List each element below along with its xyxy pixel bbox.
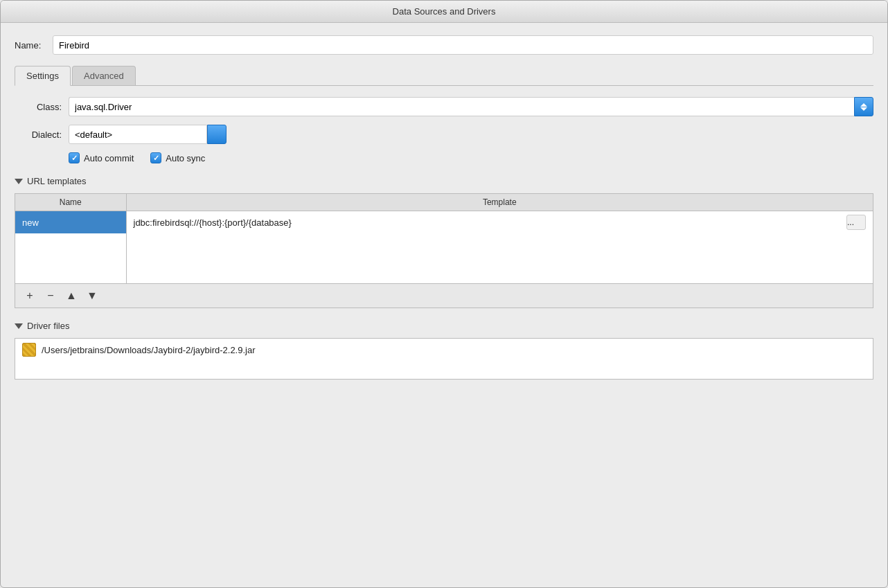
name-row: Name: — [15, 35, 873, 55]
auto-commit-checkbox-box: ✓ — [69, 152, 80, 163]
template-cell-1: jdbc:firebirdsql://{host}:{port}/{databa… — [127, 211, 873, 233]
url-table-cell-name-1: new — [15, 211, 126, 234]
add-url-button[interactable]: + — [22, 288, 37, 303]
url-table-cell-template-2 — [126, 233, 873, 258]
name-label: Name: — [15, 40, 46, 51]
url-table-wrap: Name Template new jdbc:firebirdsql://{ho… — [15, 193, 873, 308]
auto-sync-label: Auto sync — [166, 153, 205, 163]
jar-icon — [22, 343, 36, 357]
class-input[interactable] — [69, 97, 854, 116]
url-table-toolbar: + − ▲ ▼ — [15, 283, 873, 308]
auto-commit-label: Auto commit — [84, 153, 134, 163]
title-bar: Data Sources and Drivers — [1, 1, 887, 23]
auto-commit-checkmark: ✓ — [71, 154, 78, 162]
move-up-url-button[interactable]: ▲ — [64, 288, 79, 303]
auto-sync-checkbox-box: ✓ — [150, 152, 161, 163]
auto-commit-checkbox[interactable]: ✓ Auto commit — [69, 152, 134, 163]
table-row-extra — [15, 258, 873, 283]
dialect-wrap: <default> — [69, 125, 227, 144]
name-input[interactable] — [53, 35, 873, 55]
dialect-row: Dialect: <default> — [15, 125, 873, 144]
url-table-extra-2 — [126, 258, 873, 283]
class-input-wrap — [69, 97, 873, 116]
url-templates-section: URL templates Name Template new — [15, 173, 873, 308]
url-table-col-template: Template — [126, 194, 873, 211]
tabs: Settings Advanced — [15, 66, 873, 86]
table-row[interactable] — [15, 233, 873, 258]
driver-file-path: /Users/jetbrains/Downloads/Jaybird-2/jay… — [42, 345, 256, 355]
dialect-spinner[interactable] — [207, 125, 227, 144]
url-table-col-name: Name — [15, 194, 126, 211]
window-title: Data Sources and Drivers — [393, 6, 496, 17]
move-down-url-button[interactable]: ▼ — [85, 288, 100, 303]
driver-files-title: Driver files — [27, 321, 69, 331]
class-spinner-up-icon — [860, 103, 867, 107]
class-label: Class: — [15, 102, 62, 112]
class-spinner-down-icon — [860, 107, 867, 111]
url-templates-title: URL templates — [27, 176, 87, 186]
main-window: Data Sources and Drivers Name: Settings … — [0, 0, 888, 588]
url-table-header-row: Name Template — [15, 194, 873, 211]
dialect-label: Dialect: — [15, 130, 62, 140]
table-row[interactable]: new jdbc:firebirdsql://{host}:{port}/{da… — [15, 211, 873, 234]
tab-settings[interactable]: Settings — [15, 66, 71, 86]
dialect-select[interactable]: <default> — [69, 125, 207, 144]
auto-sync-checkmark: ✓ — [153, 154, 159, 162]
tab-content-settings: Class: Dialect: <default> — [15, 86, 873, 580]
auto-sync-checkbox[interactable]: ✓ Auto sync — [150, 152, 205, 163]
url-templates-header: URL templates — [15, 173, 873, 189]
driver-files-section: Driver files /Users/jetbrains/Downloads/… — [15, 318, 873, 380]
class-row: Class: — [15, 97, 873, 116]
url-table-extra-1 — [15, 258, 126, 283]
url-table-cell-template-1: jdbc:firebirdsql://{host}:{port}/{databa… — [126, 211, 873, 234]
driver-files-header: Driver files — [15, 318, 873, 334]
template-value-1: jdbc:firebirdsql://{host}:{port}/{databa… — [134, 217, 842, 228]
tab-advanced[interactable]: Advanced — [72, 66, 136, 85]
url-table-cell-name-2 — [15, 233, 126, 258]
checkboxes-row: ✓ Auto commit ✓ Auto sync — [69, 152, 873, 163]
url-templates-collapse-icon[interactable] — [15, 179, 23, 184]
template-ellipsis-button[interactable]: ... — [846, 215, 866, 230]
driver-file-item: /Users/jetbrains/Downloads/Jaybird-2/jay… — [22, 343, 866, 357]
class-spinner[interactable] — [854, 97, 873, 116]
remove-url-button[interactable]: − — [43, 288, 58, 303]
driver-files-box: /Users/jetbrains/Downloads/Jaybird-2/jay… — [15, 338, 873, 380]
ellipsis-icon: ... — [847, 217, 865, 227]
url-table: Name Template new jdbc:firebirdsql://{ho… — [15, 194, 873, 283]
driver-files-collapse-icon[interactable] — [15, 323, 23, 329]
